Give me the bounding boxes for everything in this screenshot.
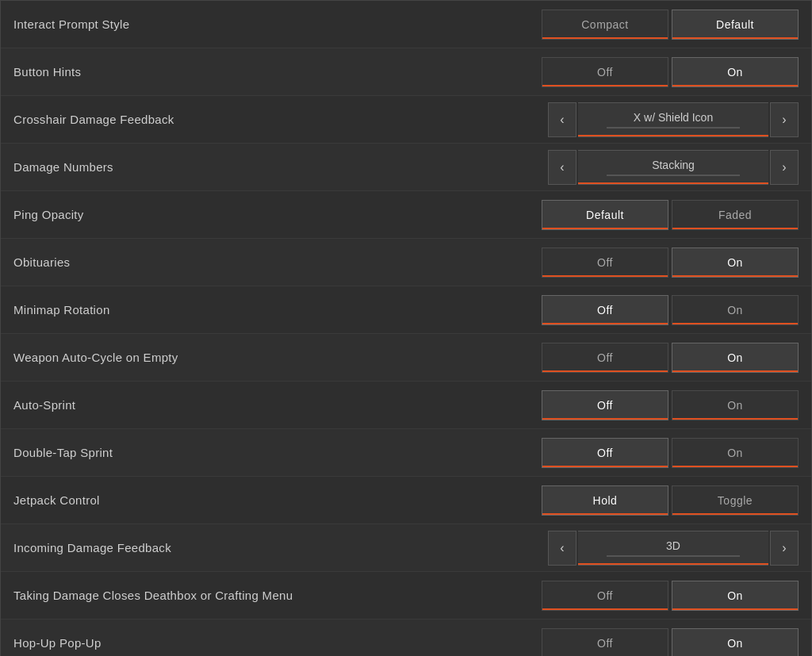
btn-option2-hop-up-popup[interactable]: On [672, 628, 799, 657]
setting-row-button-hints: Button HintsOffOn [1, 48, 811, 96]
btn-option1-auto-sprint[interactable]: Off [542, 390, 668, 420]
arrow-control-incoming-damage-feedback: ‹3D› [548, 531, 799, 566]
setting-label-obituaries: Obituaries [13, 255, 542, 269]
arrow-left-damage-numbers[interactable]: ‹ [548, 150, 576, 185]
setting-label-incoming-damage-feedback: Incoming Damage Feedback [13, 541, 548, 554]
btn-option1-taking-damage-closes[interactable]: Off [542, 581, 668, 611]
setting-label-damage-numbers: Damage Numbers [13, 160, 548, 174]
setting-row-weapon-auto-cycle: Weapon Auto-Cycle on EmptyOffOn [1, 334, 811, 382]
setting-row-incoming-damage-feedback: Incoming Damage Feedback‹3D› [1, 524, 811, 572]
control-group-obituaries: OffOn [542, 247, 799, 278]
setting-label-minimap-rotation: Minimap Rotation [13, 303, 542, 316]
btn-option2-taking-damage-closes[interactable]: On [672, 581, 799, 611]
setting-row-minimap-rotation: Minimap RotationOffOn [1, 286, 811, 334]
setting-row-ping-opacity: Ping OpacityDefaultFaded [1, 191, 811, 239]
control-group-taking-damage-closes: OffOn [542, 581, 799, 611]
setting-row-interact-prompt-style: Interact Prompt StyleCompactDefault [1, 1, 811, 48]
setting-label-weapon-auto-cycle: Weapon Auto-Cycle on Empty [13, 351, 542, 364]
control-group-ping-opacity: DefaultFaded [542, 200, 799, 230]
btn-option2-weapon-auto-cycle[interactable]: On [672, 343, 799, 373]
arrow-value-incoming-damage-feedback: 3D [578, 531, 768, 566]
btn-option1-obituaries[interactable]: Off [542, 247, 668, 278]
arrow-control-crosshair-damage-feedback: ‹X w/ Shield Icon› [548, 102, 799, 137]
arrow-control-damage-numbers: ‹Stacking› [548, 150, 799, 185]
setting-label-crosshair-damage-feedback: Crosshair Damage Feedback [13, 113, 548, 126]
control-group-weapon-auto-cycle: OffOn [542, 343, 799, 373]
control-group-button-hints: OffOn [542, 57, 799, 87]
setting-row-jetpack-control: Jetpack ControlHoldToggle [1, 477, 811, 524]
btn-option2-jetpack-control[interactable]: Toggle [672, 485, 799, 516]
setting-label-taking-damage-closes: Taking Damage Closes Deathbox or Craftin… [13, 589, 542, 602]
setting-label-hop-up-popup: Hop-Up Pop-Up [13, 636, 542, 650]
btn-option1-button-hints[interactable]: Off [542, 57, 668, 87]
btn-option2-interact-prompt-style[interactable]: Default [672, 10, 799, 40]
settings-panel: Interact Prompt StyleCompactDefaultButto… [0, 0, 812, 656]
control-group-hop-up-popup: OffOn [542, 628, 799, 657]
setting-row-double-tap-sprint: Double-Tap SprintOffOn [1, 429, 811, 477]
setting-label-jetpack-control: Jetpack Control [13, 493, 542, 507]
arrow-value-damage-numbers: Stacking [578, 150, 768, 185]
control-group-interact-prompt-style: CompactDefault [542, 10, 799, 40]
btn-option1-ping-opacity[interactable]: Default [542, 200, 668, 230]
setting-row-taking-damage-closes: Taking Damage Closes Deathbox or Craftin… [1, 572, 811, 620]
setting-row-damage-numbers: Damage Numbers‹Stacking› [1, 144, 811, 191]
control-group-jetpack-control: HoldToggle [542, 485, 799, 516]
arrow-left-crosshair-damage-feedback[interactable]: ‹ [548, 102, 576, 137]
btn-option1-interact-prompt-style[interactable]: Compact [542, 10, 668, 40]
setting-row-obituaries: ObituariesOffOn [1, 239, 811, 286]
btn-option2-obituaries[interactable]: On [672, 247, 799, 278]
control-group-auto-sprint: OffOn [542, 390, 799, 420]
control-group-double-tap-sprint: OffOn [542, 438, 799, 468]
btn-option1-minimap-rotation[interactable]: Off [542, 295, 668, 325]
setting-row-auto-sprint: Auto-SprintOffOn [1, 382, 811, 429]
setting-label-double-tap-sprint: Double-Tap Sprint [13, 446, 542, 459]
btn-option2-button-hints[interactable]: On [672, 57, 799, 87]
setting-label-ping-opacity: Ping Opacity [13, 208, 542, 221]
arrow-value-crosshair-damage-feedback: X w/ Shield Icon [578, 102, 768, 137]
setting-label-button-hints: Button Hints [13, 65, 542, 79]
control-group-minimap-rotation: OffOn [542, 295, 799, 325]
btn-option1-double-tap-sprint[interactable]: Off [542, 438, 668, 468]
arrow-left-incoming-damage-feedback[interactable]: ‹ [548, 531, 576, 566]
btn-option1-hop-up-popup[interactable]: Off [542, 628, 668, 657]
setting-row-hop-up-popup: Hop-Up Pop-UpOffOn [1, 620, 811, 656]
btn-option1-jetpack-control[interactable]: Hold [542, 485, 668, 516]
arrow-right-incoming-damage-feedback[interactable]: › [770, 531, 799, 566]
arrow-right-crosshair-damage-feedback[interactable]: › [770, 102, 799, 137]
arrow-right-damage-numbers[interactable]: › [770, 150, 799, 185]
btn-option2-auto-sprint[interactable]: On [672, 390, 799, 420]
btn-option2-double-tap-sprint[interactable]: On [672, 438, 799, 468]
setting-label-auto-sprint: Auto-Sprint [13, 398, 542, 412]
setting-label-interact-prompt-style: Interact Prompt Style [13, 17, 542, 31]
btn-option2-minimap-rotation[interactable]: On [672, 295, 799, 325]
btn-option1-weapon-auto-cycle[interactable]: Off [542, 343, 668, 373]
btn-option2-ping-opacity[interactable]: Faded [672, 200, 799, 230]
setting-row-crosshair-damage-feedback: Crosshair Damage Feedback‹X w/ Shield Ic… [1, 96, 811, 144]
